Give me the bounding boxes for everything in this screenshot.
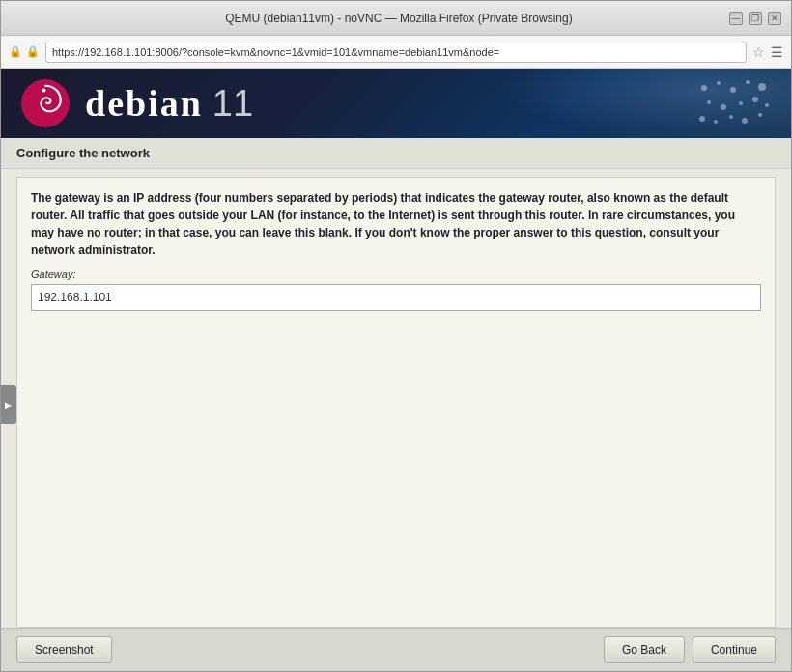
address-input[interactable] (45, 42, 747, 63)
svg-point-6 (758, 83, 766, 91)
continue-button[interactable]: Continue (693, 636, 776, 663)
minimize-button[interactable]: — (729, 12, 743, 25)
gateway-input[interactable] (31, 284, 761, 311)
svg-point-9 (739, 101, 743, 105)
side-toggle-button[interactable]: ▶ (1, 385, 16, 424)
side-toggle-icon: ▶ (5, 400, 13, 410)
svg-point-2 (701, 85, 707, 91)
svg-point-8 (721, 104, 726, 110)
go-back-button[interactable]: Go Back (604, 636, 685, 663)
close-button[interactable]: ✕ (768, 12, 781, 25)
right-buttons: Go Back Continue (604, 636, 776, 663)
window-title: QEMU (debian11vm) - noVNC — Mozilla Fire… (69, 12, 729, 25)
menu-icon[interactable]: ☰ (771, 44, 783, 60)
svg-point-1 (42, 88, 45, 92)
screenshot-button[interactable]: Screenshot (16, 636, 112, 663)
debian-banner: debian 11 (1, 69, 791, 138)
description-text: The gateway is an IP address (four numbe… (31, 189, 761, 259)
browser-window: QEMU (debian11vm) - noVNC — Mozilla Fire… (0, 0, 792, 672)
novnc-area: debian 11 (1, 69, 791, 671)
debian-title: debian (85, 82, 203, 125)
debian-logo (20, 78, 71, 128)
svg-point-7 (707, 100, 711, 104)
title-bar: QEMU (debian11vm) - noVNC — Mozilla Fire… (1, 1, 791, 36)
gateway-label: Gateway: (31, 268, 761, 280)
address-bar-row: 🔒 🔒 ☆ ☰ (1, 36, 791, 69)
svg-point-10 (752, 97, 758, 102)
banner-decoration (694, 78, 772, 131)
svg-point-15 (742, 118, 748, 124)
bookmark-icon[interactable]: ☆ (752, 44, 765, 60)
restore-button[interactable]: ❐ (749, 12, 762, 25)
window-controls: — ❐ ✕ (729, 12, 781, 25)
lock-icon: 🔒 (26, 45, 40, 58)
content-panel: The gateway is an IP address (four numbe… (16, 177, 776, 628)
svg-point-11 (765, 103, 769, 107)
button-bar: Screenshot Go Back Continue (1, 628, 791, 671)
section-title: Configure the network (16, 146, 776, 160)
debian-version: 11 (212, 83, 253, 125)
svg-point-13 (714, 120, 718, 124)
svg-point-16 (758, 113, 762, 117)
svg-point-14 (729, 115, 733, 119)
section-header: Configure the network (1, 138, 791, 169)
svg-point-12 (699, 116, 705, 122)
installer-content: ▶ Configure the network The gateway is a… (1, 138, 791, 671)
svg-point-4 (730, 87, 736, 93)
svg-point-3 (717, 81, 721, 85)
privacy-icon: 🔒 (9, 45, 22, 58)
address-bar-icons: 🔒 🔒 (9, 45, 40, 58)
svg-point-5 (746, 80, 750, 84)
